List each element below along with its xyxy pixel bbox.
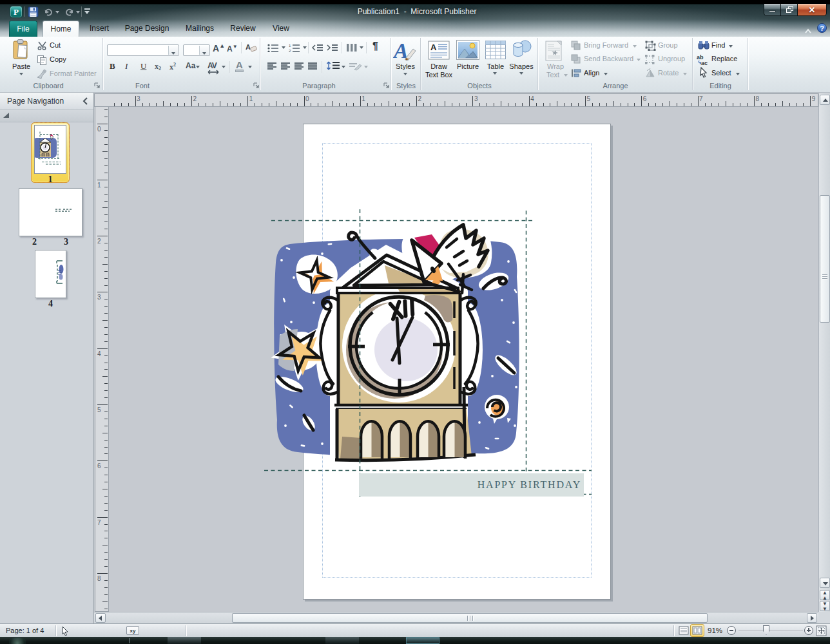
svg-text:2: 2 <box>289 49 291 52</box>
svg-text:A: A <box>246 43 251 51</box>
svg-text:A: A <box>430 43 437 52</box>
svg-text:ac: ac <box>701 60 708 66</box>
svg-text:1: 1 <box>289 44 291 48</box>
